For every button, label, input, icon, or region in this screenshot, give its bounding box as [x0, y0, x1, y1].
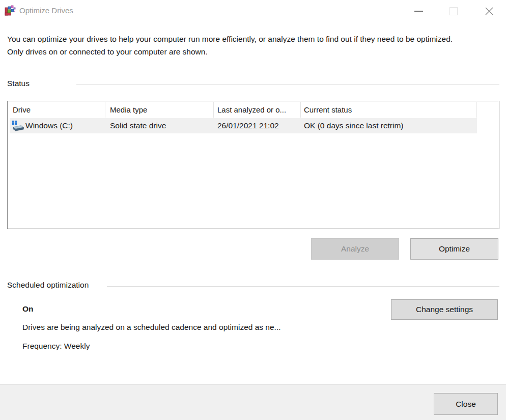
scheduled-description: Drives are being analyzed on a scheduled…: [22, 323, 281, 332]
drive-row-windows-c[interactable]: Windows (C:) Solid state drive 26/01/202…: [10, 118, 477, 133]
cell-last-analyzed: 26/01/2021 21:02: [217, 118, 279, 133]
maximize-button[interactable]: [442, 0, 465, 22]
cell-current-status: OK (0 days since last retrim): [304, 118, 404, 133]
dialog-footer: Close: [0, 384, 506, 420]
defrag-app-icon: [4, 5, 16, 17]
column-separator: [105, 102, 105, 118]
scheduled-state: On: [22, 304, 34, 314]
titlebar: Optimize Drives: [0, 0, 506, 22]
status-section-label: Status: [7, 79, 30, 88]
minimize-icon: [414, 11, 423, 12]
windows-drive-icon: [11, 120, 24, 131]
column-separator: [213, 102, 214, 118]
cell-drive-name: Windows (C:): [25, 118, 73, 133]
column-header-drive[interactable]: Drive: [13, 101, 31, 118]
column-separator: [300, 102, 301, 118]
change-settings-button[interactable]: Change settings: [391, 299, 498, 320]
drive-list[interactable]: Drive Media type Last analyzed or o... C…: [7, 101, 499, 229]
optimize-button[interactable]: Optimize: [410, 238, 498, 260]
status-divider: [76, 85, 499, 85]
optimize-drives-window: Optimize Drives You can optimize your dr…: [0, 0, 506, 420]
column-separator: [476, 102, 477, 118]
column-header-media-type[interactable]: Media type: [110, 101, 147, 118]
window-title: Optimize Drives: [19, 0, 73, 21]
intro-text: You can optimize your drives to help you…: [7, 33, 468, 58]
minimize-button[interactable]: [407, 0, 430, 22]
close-dialog-button[interactable]: Close: [434, 393, 498, 415]
close-icon: [484, 6, 494, 16]
maximize-icon: [449, 7, 458, 15]
cell-media-type: Solid state drive: [110, 118, 166, 133]
close-window-button[interactable]: [477, 0, 501, 22]
analyze-button[interactable]: Analyze: [311, 238, 399, 260]
column-header-current-status[interactable]: Current status: [304, 101, 352, 118]
scheduled-frequency: Frequency: Weekly: [22, 342, 90, 351]
scheduled-section-label: Scheduled optimization: [7, 281, 89, 290]
column-header-last-analyzed[interactable]: Last analyzed or o...: [217, 101, 286, 118]
scheduled-divider: [107, 286, 499, 287]
drive-list-header: Drive Media type Last analyzed or o... C…: [8, 101, 499, 118]
